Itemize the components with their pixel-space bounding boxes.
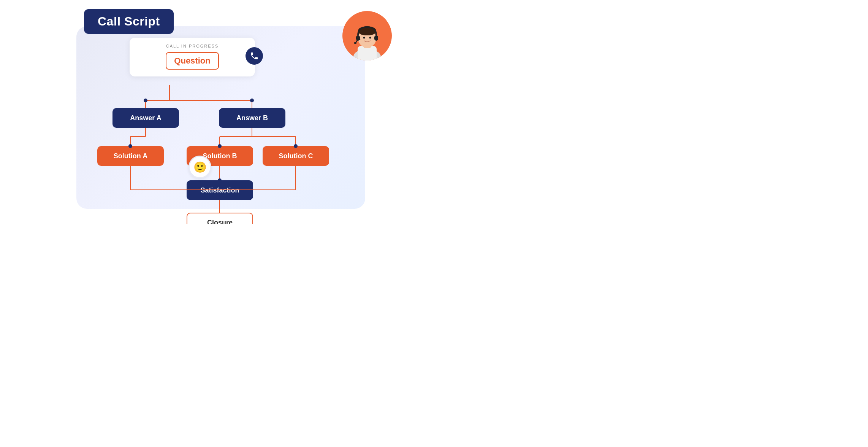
svg-point-5 <box>359 29 375 35</box>
svg-point-28 <box>144 99 147 102</box>
call-script-title: Call Script <box>98 14 160 28</box>
svg-point-31 <box>218 144 222 148</box>
phone-badge <box>246 47 263 65</box>
agent-avatar <box>342 11 392 60</box>
svg-point-33 <box>218 178 222 182</box>
call-in-progress-card: CALL IN PROGRESS Question <box>130 38 255 76</box>
svg-point-7 <box>369 37 371 39</box>
question-label: Question <box>174 56 210 65</box>
closure-node: Closure <box>187 213 253 224</box>
smiley-icon: 🙂 <box>193 161 207 173</box>
svg-point-29 <box>250 99 254 102</box>
question-box: Question <box>166 52 219 70</box>
svg-point-32 <box>294 144 298 148</box>
svg-rect-9 <box>374 35 378 41</box>
scene: Call Script <box>8 3 426 220</box>
svg-point-10 <box>354 42 356 44</box>
call-script-title-box: Call Script <box>84 9 174 34</box>
svg-rect-1 <box>358 46 377 60</box>
smiley-badge: 🙂 <box>188 156 211 178</box>
svg-point-30 <box>128 144 132 148</box>
status-label: CALL IN PROGRESS <box>139 44 246 48</box>
svg-point-6 <box>363 37 365 39</box>
